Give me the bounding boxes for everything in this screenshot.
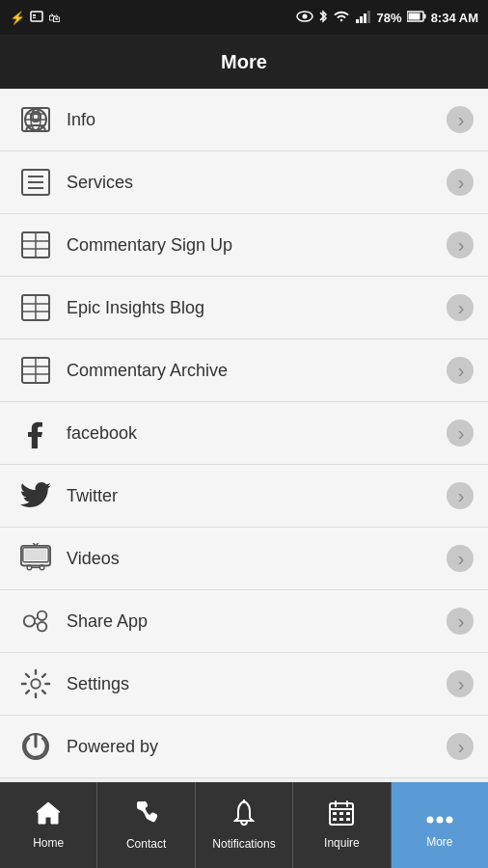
menu-arrow-commentary-signup bbox=[447, 231, 474, 258]
menu-item-commentary-signup[interactable]: Commentary Sign Up bbox=[0, 214, 488, 277]
page-title: More bbox=[221, 51, 267, 73]
nav-label-inquire: Inquire bbox=[324, 836, 360, 850]
bottom-nav: Home Contact Notifications bbox=[0, 782, 488, 868]
phone-icon bbox=[135, 800, 158, 833]
twitter-icon bbox=[14, 475, 57, 517]
svg-rect-2 bbox=[33, 17, 36, 18]
menu-arrow-videos bbox=[447, 545, 474, 572]
svg-point-65 bbox=[446, 817, 452, 824]
sim-icon bbox=[30, 10, 43, 26]
menu-arrow-settings bbox=[447, 670, 474, 697]
svg-rect-8 bbox=[367, 11, 370, 23]
menu-item-facebook[interactable]: facebook bbox=[0, 402, 488, 465]
svg-point-64 bbox=[436, 817, 443, 824]
nav-item-contact[interactable]: Contact bbox=[97, 782, 195, 868]
share-app-icon bbox=[14, 600, 57, 642]
svg-rect-62 bbox=[346, 818, 350, 821]
menu-label-facebook: facebook bbox=[67, 423, 447, 444]
svg-rect-58 bbox=[339, 812, 343, 815]
signal-icon bbox=[355, 10, 372, 26]
menu-label-info: Info bbox=[67, 110, 447, 130]
menu-item-epic-insights-blog[interactable]: Epic Insights Blog bbox=[0, 277, 488, 339]
usb-icon: ⚡ bbox=[10, 11, 25, 25]
nav-item-inquire[interactable]: Inquire bbox=[293, 782, 391, 868]
more-dots-icon bbox=[426, 801, 453, 831]
bag-icon: 🛍 bbox=[48, 11, 61, 25]
wifi-icon bbox=[333, 10, 350, 26]
menu-label-share-app: Share App bbox=[67, 611, 447, 632]
menu-arrow-share-app bbox=[447, 608, 474, 635]
time-display: 8:34 AM bbox=[431, 11, 478, 25]
nav-item-notifications[interactable]: Notifications bbox=[196, 782, 293, 868]
menu-item-videos[interactable]: Videos bbox=[0, 528, 488, 590]
menu-item-commentary-archive[interactable]: Commentary Archive bbox=[0, 339, 488, 402]
svg-point-63 bbox=[426, 817, 433, 824]
svg-rect-59 bbox=[346, 812, 350, 815]
svg-rect-57 bbox=[333, 812, 337, 815]
svg-rect-10 bbox=[423, 14, 425, 18]
menu-label-epic-insights-blog: Epic Insights Blog bbox=[67, 298, 447, 318]
settings-icon bbox=[14, 663, 57, 705]
svg-point-45 bbox=[24, 615, 35, 626]
menu-label-powered-by: Powered by bbox=[67, 737, 447, 757]
menu-label-commentary-archive: Commentary Archive bbox=[67, 361, 447, 381]
menu-arrow-services bbox=[447, 169, 474, 196]
svg-point-14 bbox=[33, 114, 39, 120]
svg-rect-7 bbox=[364, 14, 366, 23]
menu-label-services: Services bbox=[67, 173, 447, 193]
menu-item-settings[interactable]: Settings bbox=[0, 653, 488, 716]
menu-item-twitter[interactable]: Twitter bbox=[0, 465, 488, 528]
calendar-icon bbox=[329, 800, 354, 832]
header: More bbox=[0, 35, 488, 89]
nav-label-notifications: Notifications bbox=[212, 837, 275, 851]
eye-icon bbox=[296, 11, 313, 25]
svg-rect-60 bbox=[333, 818, 337, 821]
svg-point-50 bbox=[31, 679, 40, 688]
menu-item-powered-by[interactable]: Powered by bbox=[0, 716, 488, 778]
svg-rect-5 bbox=[356, 19, 359, 23]
menu-item-services[interactable]: Services bbox=[0, 151, 488, 214]
svg-point-47 bbox=[38, 622, 46, 631]
menu-arrow-epic-insights-blog bbox=[447, 294, 474, 321]
svg-rect-0 bbox=[31, 12, 42, 21]
battery-icon bbox=[407, 11, 426, 25]
svg-rect-11 bbox=[408, 13, 420, 19]
bluetooth-icon bbox=[318, 9, 328, 27]
menu-list: Info Services Commentary Sign Up bbox=[0, 89, 488, 778]
menu-arrow-commentary-archive bbox=[447, 357, 474, 384]
home-icon bbox=[35, 800, 62, 832]
menu-arrow-facebook bbox=[447, 420, 474, 447]
facebook-icon bbox=[14, 412, 57, 454]
info-icon bbox=[14, 98, 57, 141]
videos-icon bbox=[14, 537, 57, 580]
notifications-icon bbox=[231, 800, 257, 833]
menu-arrow-powered-by bbox=[447, 733, 474, 760]
menu-label-twitter: Twitter bbox=[67, 486, 447, 506]
menu-label-settings: Settings bbox=[67, 674, 447, 694]
menu-label-commentary-signup: Commentary Sign Up bbox=[67, 235, 447, 256]
nav-label-home: Home bbox=[33, 836, 64, 850]
svg-rect-39 bbox=[25, 550, 47, 560]
svg-rect-1 bbox=[33, 14, 36, 16]
battery-text: 78% bbox=[377, 11, 402, 25]
menu-item-share-app[interactable]: Share App bbox=[0, 590, 488, 653]
nav-item-more[interactable]: More bbox=[392, 782, 488, 868]
svg-point-46 bbox=[38, 611, 46, 620]
commentary-archive-icon bbox=[14, 349, 57, 392]
nav-label-more: More bbox=[426, 835, 452, 849]
epic-insights-icon bbox=[14, 286, 57, 329]
menu-arrow-info bbox=[447, 106, 474, 133]
nav-label-contact: Contact bbox=[126, 837, 166, 851]
svg-rect-61 bbox=[339, 818, 343, 821]
nav-item-home[interactable]: Home bbox=[0, 782, 97, 868]
commentary-signup-icon bbox=[14, 224, 57, 266]
menu-label-videos: Videos bbox=[67, 549, 447, 569]
services-icon bbox=[14, 161, 57, 203]
powered-by-icon bbox=[14, 725, 57, 768]
svg-point-4 bbox=[302, 14, 307, 18]
menu-arrow-twitter bbox=[447, 482, 474, 509]
status-bar: ⚡ 🛍 78% bbox=[0, 0, 488, 35]
svg-rect-6 bbox=[360, 16, 363, 23]
menu-item-info[interactable]: Info bbox=[0, 89, 488, 151]
